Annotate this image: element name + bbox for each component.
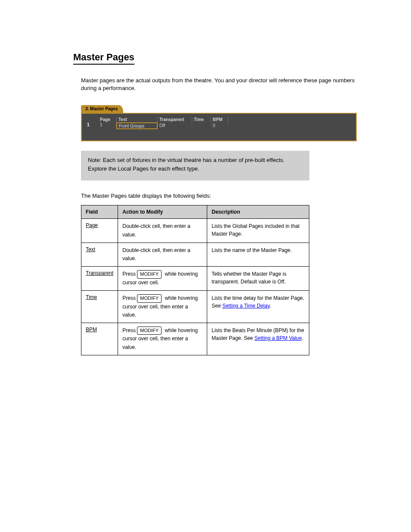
field-name: Time [86,294,97,300]
th-desc: Description [207,205,309,219]
column-page-header: Page [99,117,116,122]
column-time-header: Time [192,117,211,122]
column-bpm-header: BPM [211,117,228,122]
column-index-header [87,117,99,122]
field-name: Text [86,246,95,252]
row-bpm-cell: 0 [211,122,228,129]
link-time-delay[interactable]: Setting a Time Delay [222,303,270,309]
table-row: 1 1 Front Groups Off 0 [87,122,351,129]
master-pages-panel-screenshot: 3. Master Pages Page Text Transparent Ti… [81,105,357,141]
field-action: Double-click cell, then enter a value. [118,243,207,266]
field-desc: Lists the name of the Master Page. [207,243,309,266]
field-action: Press MODIFY while hovering cursor over … [118,290,207,323]
table-row: Text Double-click cell, then enter a val… [81,243,309,266]
field-name: Transparent [86,270,113,276]
fields-intro-line: The Master Pages table displays the foll… [81,193,377,199]
fields-table: Field Action to Modify Description Page … [81,205,309,355]
modify-key: MODIFY [137,327,162,335]
field-name: Page [86,222,98,228]
field-desc: Lists the Global Pages included in that … [207,219,309,243]
field-desc: Lists the time delay for the Master Page… [207,290,309,323]
field-action: Press MODIFY while hovering cursor over … [118,323,207,355]
table-row: Transparent Press MODIFY while hovering … [81,267,309,291]
field-action: Press MODIFY while hovering cursor over … [118,267,207,291]
th-action: Action to Modify [118,205,207,219]
row-time-cell [192,122,211,129]
row-text-cell-selected[interactable]: Front Groups [116,122,158,129]
table-row: Time Press MODIFY while hovering cursor … [81,290,309,323]
row-page-cell: 1 [99,122,116,129]
column-transparent-header: Transparent [158,117,192,122]
field-desc: Lists the Beats Per Minute (BPM) for the… [207,323,309,355]
modify-key: MODIFY [137,270,162,279]
note-box: Note: Each set of fixtures in the virtua… [81,151,309,180]
th-field: Field [81,205,118,219]
field-desc: Tells whether the Master Page is transpa… [207,267,309,291]
row-transparent-cell: Off [158,122,192,129]
panel-tab: 3. Master Pages [81,105,123,113]
intro-paragraph: Master pages are the actual outputs from… [81,77,357,92]
field-name: BPM [86,327,97,333]
table-row: BPM Press MODIFY while hovering cursor o… [81,323,309,355]
section-heading: Master Pages [73,52,134,65]
column-text-header: Text [116,117,158,122]
link-bpm-value[interactable]: Setting a BPM Value [255,335,302,341]
field-action: Double-click cell, then enter a value. [118,219,207,243]
table-row: Page Double-click cell, then enter a val… [81,219,309,243]
row-index-cell: 1 [87,122,99,129]
modify-key: MODIFY [137,294,162,303]
